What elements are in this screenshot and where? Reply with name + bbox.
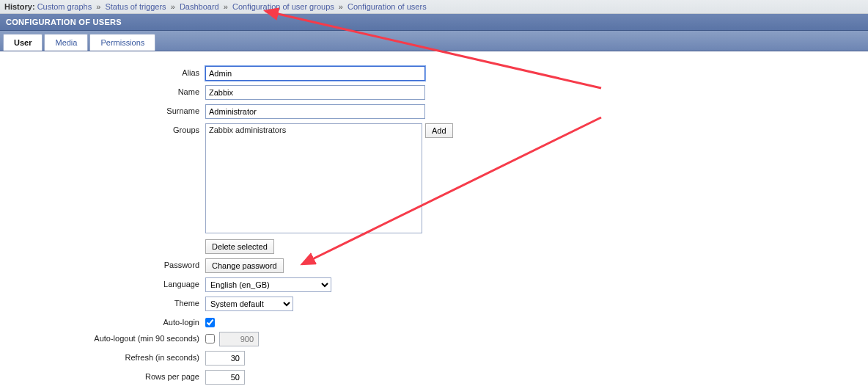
history-separator: »: [171, 2, 175, 11]
refresh-input[interactable]: [205, 351, 245, 366]
user-form: Alias Name Surname Groups Zabbix adminis…: [0, 51, 868, 389]
name-input[interactable]: [205, 85, 425, 100]
language-label: Language: [7, 277, 205, 288]
autologin-label: Auto-login: [7, 316, 205, 327]
add-group-button[interactable]: Add: [425, 123, 453, 138]
groups-label: Groups: [7, 123, 205, 134]
tab-user[interactable]: User: [3, 34, 43, 51]
surname-input[interactable]: [205, 104, 425, 119]
history-separator: »: [224, 2, 228, 11]
autologin-checkbox[interactable]: [205, 318, 215, 327]
history-link[interactable]: Dashboard: [180, 2, 219, 11]
alias-label: Alias: [7, 66, 205, 77]
tab-bar: User Media Permissions: [0, 31, 868, 51]
group-item[interactable]: Zabbix administrators: [207, 125, 421, 135]
groups-listbox[interactable]: Zabbix administrators: [205, 123, 422, 233]
name-label: Name: [7, 85, 205, 96]
page-title: CONFIGURATION OF USERS: [0, 14, 868, 31]
autologout-input: [219, 332, 259, 346]
history-link[interactable]: Configuration of user groups: [232, 2, 334, 11]
autologout-label: Auto-logout (min 90 seconds): [7, 332, 205, 343]
password-label: Password: [7, 258, 205, 269]
alias-input[interactable]: [205, 66, 425, 81]
rows-label: Rows per page: [7, 370, 205, 381]
delete-selected-button[interactable]: Delete selected: [205, 239, 274, 254]
theme-select[interactable]: System default: [205, 297, 293, 311]
history-separator: »: [339, 2, 343, 11]
tab-media[interactable]: Media: [44, 34, 88, 51]
history-link[interactable]: Custom graphs: [37, 2, 92, 11]
autologout-checkbox[interactable]: [205, 334, 215, 343]
history-link[interactable]: Status of triggers: [105, 2, 166, 11]
history-separator: »: [96, 2, 100, 11]
rows-input[interactable]: [205, 370, 245, 385]
tab-permissions[interactable]: Permissions: [89, 34, 155, 51]
language-select[interactable]: English (en_GB): [205, 277, 331, 292]
surname-label: Surname: [7, 104, 205, 115]
change-password-button[interactable]: Change password: [205, 258, 284, 273]
history-bar: History: Custom graphs » Status of trigg…: [0, 0, 868, 14]
history-label: History:: [4, 2, 35, 11]
history-link[interactable]: Configuration of users: [347, 2, 427, 11]
theme-label: Theme: [7, 297, 205, 308]
refresh-label: Refresh (in seconds): [7, 351, 205, 362]
